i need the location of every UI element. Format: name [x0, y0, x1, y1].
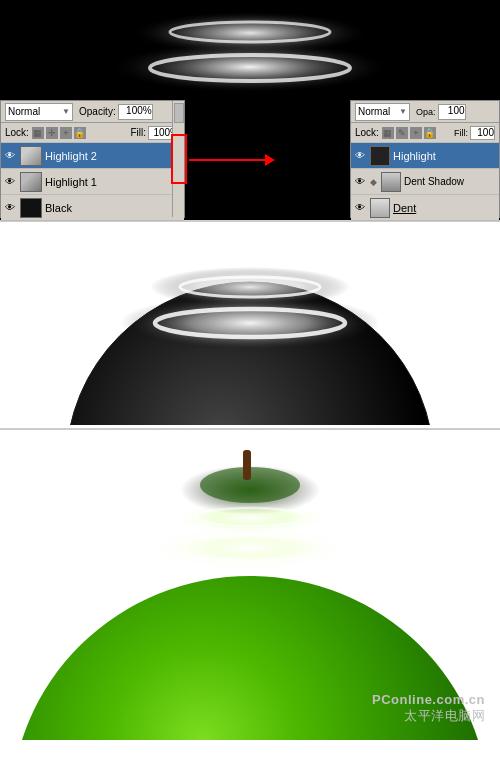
layer-thumb-highlight-right — [370, 146, 390, 166]
blend-mode-value-right: Normal — [358, 106, 390, 117]
lock-label-right: Lock: — [355, 127, 379, 138]
lock-move-icon[interactable]: ✛ — [46, 127, 58, 139]
lock-row-left: Lock: ▦ ✛ + 🔒 Fill: 100% — [1, 123, 184, 143]
layer-eye-highlight1[interactable]: 👁 — [3, 175, 17, 189]
blend-mode-value-left: Normal — [8, 106, 40, 117]
layer-row-highlight1[interactable]: 👁 Highlight 1 — [1, 169, 184, 195]
lock-padlock-icon[interactable]: 🔒 — [74, 127, 86, 139]
layer-eye-highlight2[interactable]: 👁 — [3, 149, 17, 163]
layer-row-dent-right[interactable]: 👁 Dent — [351, 195, 499, 221]
opacity-input-left[interactable]: 100% — [118, 104, 153, 120]
layer-thumb-highlight2 — [20, 146, 42, 166]
right-toolbar: Normal ▼ Opa: 100 — [351, 101, 499, 123]
opacity-label-left: Opacity: — [79, 106, 116, 117]
layer-eye-black[interactable]: 👁 — [3, 201, 17, 215]
layer-row-dentshadow-right[interactable]: 👁 ◆ Dent Shadow — [351, 169, 499, 195]
black-ball-canvas — [60, 225, 440, 425]
watermark: PConline.com.cn 太平洋电脑网 — [372, 692, 485, 725]
red-arrow-annotation — [189, 159, 269, 161]
layer-eye-dentshadow-right[interactable]: 👁 — [353, 175, 367, 189]
layer-row-highlight2[interactable]: 👁 Highlight 2 — [1, 143, 184, 169]
opacity-section-left: Opacity: 100% — [79, 104, 153, 120]
layer-eye-highlight-right[interactable]: 👁 — [353, 149, 367, 163]
lock-row-right: Lock: ▦ ✎ + 🔒 Fill: 100 — [351, 123, 499, 143]
layers-panel-right: Normal ▼ Opa: 100 Lock: ▦ ✎ + 🔒 Fill: — [350, 100, 500, 218]
layer-name-black: Black — [45, 202, 182, 214]
lock-pen-icon-right[interactable]: ✎ — [396, 127, 408, 139]
arrow-annotation — [175, 159, 269, 161]
layer-name-dent-right: Dent — [393, 202, 497, 214]
lock-icons-right: ▦ ✎ + 🔒 — [382, 127, 436, 139]
layer-thumb-black — [20, 198, 42, 218]
left-toolbar: Normal ▼ Opacity: 100% — [1, 101, 184, 123]
layer-thumb-dentshadow-right — [381, 172, 401, 192]
opacity-value-right: 100 — [448, 105, 465, 116]
opacity-section-right: Opa: 100 — [416, 104, 466, 120]
layer-name-highlight1: Highlight 1 — [45, 176, 182, 188]
svg-rect-15 — [243, 450, 251, 480]
fill-section-right: Fill: 100 — [454, 126, 495, 140]
layer-eye-dent-right[interactable]: 👁 — [353, 201, 367, 215]
fill-value-left: 100 — [153, 127, 170, 138]
layers-section: Normal ▼ Opacity: 100% Lock: ▦ ✛ + 🔒 Fil… — [0, 100, 500, 220]
svg-point-8 — [120, 295, 380, 351]
blend-mode-arrow-left: ▼ — [62, 107, 70, 116]
blend-mode-dropdown-left[interactable]: Normal ▼ — [5, 103, 73, 121]
lock-plus-icon[interactable]: + — [60, 127, 72, 139]
layer-row-black[interactable]: 👁 Black — [1, 195, 184, 221]
lock-icons-left: ▦ ✛ + 🔒 — [32, 127, 86, 139]
apple-section: PConline.com.cn 太平洋电脑网 — [0, 430, 500, 740]
opacity-value-left: 100 — [126, 105, 143, 116]
layers-panel-left: Normal ▼ Opacity: 100% Lock: ▦ ✛ + 🔒 Fil… — [0, 100, 185, 218]
fill-input-right[interactable]: 100 — [470, 126, 495, 140]
canvas-section — [0, 220, 500, 430]
opacity-input-right[interactable]: 100 — [438, 104, 466, 120]
lock-label-left: Lock: — [5, 127, 29, 138]
layer-name-highlight-right: Highlight — [393, 150, 497, 162]
lock-plus2-icon-right[interactable]: + — [410, 127, 422, 139]
fill-label-right: Fill: — [454, 128, 468, 138]
black-ball-svg — [60, 225, 440, 425]
svg-point-17 — [145, 526, 355, 570]
red-rect-annotation — [171, 134, 187, 184]
blend-mode-dropdown-right[interactable]: Normal ▼ — [355, 103, 410, 121]
layer-thumb-dent-right — [370, 198, 390, 218]
lock-pad-icon-right[interactable]: 🔒 — [424, 127, 436, 139]
layer-name-highlight2: Highlight 2 — [45, 150, 182, 162]
fill-label-left: Fill: — [130, 127, 146, 138]
opacity-label-right: Opa: — [416, 107, 436, 117]
layer-thumb-highlight1 — [20, 172, 42, 192]
watermark-line2: 太平洋电脑网 — [372, 707, 485, 725]
watermark-line1: PConline.com.cn — [372, 692, 485, 707]
layer-row-highlight-right[interactable]: 👁 Highlight — [351, 143, 499, 169]
lock-checkerboard-icon[interactable]: ▦ — [32, 127, 44, 139]
highlight-glow — [100, 5, 400, 95]
blend-mode-arrow-right: ▼ — [399, 107, 407, 116]
fill-value-right: 100 — [477, 127, 494, 138]
scroll-thumb-left[interactable] — [174, 103, 184, 123]
lock-check-icon-right[interactable]: ▦ — [382, 127, 394, 139]
layer-name-dentshadow-right: Dent Shadow — [404, 176, 497, 187]
top-panel — [0, 0, 500, 100]
